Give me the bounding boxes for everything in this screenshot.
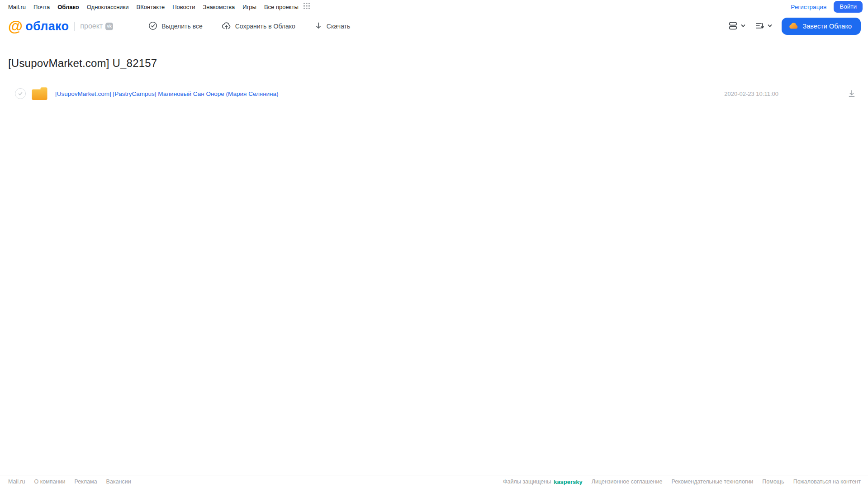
topbar-nav: Mail.ruПочтаОблакоОдноклассникиВКонтакте…	[8, 4, 299, 10]
cloud-logo[interactable]: @ облако проект vk	[8, 19, 113, 34]
topbar-link[interactable]: Облако	[57, 4, 79, 10]
footer-link[interactable]: О компании	[34, 479, 66, 485]
files-protected-label: Файлы защищены	[503, 479, 551, 485]
topbar-link[interactable]: Одноклассники	[87, 4, 129, 10]
save-to-cloud-button[interactable]: Сохранить в Облако	[222, 21, 295, 32]
file-name-link[interactable]: [UsupovMarket.com] [PastryCampus] Малино…	[55, 90, 279, 97]
all-projects-grid-icon[interactable]	[304, 3, 310, 11]
topbar-link[interactable]: Mail.ru	[8, 4, 26, 10]
file-date: 2020-02-23 10:11:00	[724, 90, 778, 97]
select-all-label: Выделить все	[161, 23, 203, 30]
get-cloud-label: Завести Облако	[803, 23, 852, 30]
chevron-down-icon	[740, 23, 746, 30]
main-content: [UsupovMarket.com] U_82157 [UsupovMarket…	[0, 57, 868, 104]
download-button[interactable]: Скачать	[314, 21, 351, 32]
kaspersky-logo[interactable]: kaspersky	[554, 479, 583, 485]
topbar-link[interactable]: ВКонтакте	[137, 4, 165, 10]
footer-link[interactable]: Вакансии	[106, 479, 131, 485]
footer: Mail.ruО компанииРекламаВакансии Файлы з…	[0, 475, 868, 488]
logo-text: облако	[25, 19, 69, 33]
page-title: [UsupovMarket.com] U_82157	[8, 57, 868, 70]
footer-link[interactable]: Рекомендательные технологии	[671, 479, 753, 485]
download-arrow-icon	[314, 21, 323, 32]
footer-link[interactable]: Лицензионное соглашение	[592, 479, 663, 485]
get-cloud-button[interactable]: Завести Облако	[782, 18, 861, 35]
header-right-controls: Завести Облако	[728, 18, 861, 35]
row-checkbox[interactable]	[15, 88, 26, 99]
save-to-cloud-label: Сохранить в Облако	[235, 23, 295, 30]
cloud-icon	[789, 22, 799, 31]
footer-link[interactable]: Реклама	[74, 479, 97, 485]
topbar-link[interactable]: Все проекты	[264, 4, 299, 10]
topbar-link[interactable]: Знакомства	[203, 4, 235, 10]
footer-left-links: Mail.ruО компанииРекламаВакансии	[8, 479, 131, 485]
folder-icon[interactable]	[31, 86, 48, 101]
check-circle-icon	[148, 21, 157, 32]
header: @ облако проект vk Выделить все	[0, 14, 868, 39]
topbar-link[interactable]: Новости	[172, 4, 195, 10]
topbar: Mail.ruПочтаОблакоОдноклассникиВКонтакте…	[0, 0, 868, 14]
footer-link[interactable]: Помощь	[762, 479, 784, 485]
select-all-button[interactable]: Выделить все	[148, 21, 203, 32]
row-download-button[interactable]	[847, 89, 856, 98]
topbar-link[interactable]: Почта	[33, 4, 50, 10]
mailru-at-icon: @	[8, 19, 23, 33]
file-row[interactable]: [UsupovMarket.com] [PastryCampus] Малино…	[8, 83, 868, 104]
sort-icon	[755, 21, 765, 32]
cloud-upload-icon	[222, 21, 231, 32]
project-label: проект	[80, 22, 103, 30]
chevron-down-icon	[767, 23, 773, 30]
logo-divider	[74, 22, 75, 31]
sort-control[interactable]	[755, 21, 773, 32]
registration-link[interactable]: Регистрация	[791, 4, 826, 10]
footer-link[interactable]: Mail.ru	[8, 479, 25, 485]
vk-badge-icon: vk	[105, 23, 113, 30]
footer-right-links: Лицензионное соглашениеРекомендательные …	[592, 479, 861, 485]
download-label: Скачать	[327, 23, 351, 30]
toolbar: Выделить все Сохранить в Облако Скачать	[148, 21, 350, 32]
topbar-link[interactable]: Игры	[242, 4, 256, 10]
view-mode-control[interactable]	[728, 21, 746, 32]
view-mode-icon	[728, 21, 738, 32]
footer-right: Файлы защищены kaspersky Лицензионное со…	[503, 479, 861, 485]
login-button[interactable]: Войти	[834, 1, 863, 13]
footer-link[interactable]: Пожаловаться на контент	[793, 479, 861, 485]
